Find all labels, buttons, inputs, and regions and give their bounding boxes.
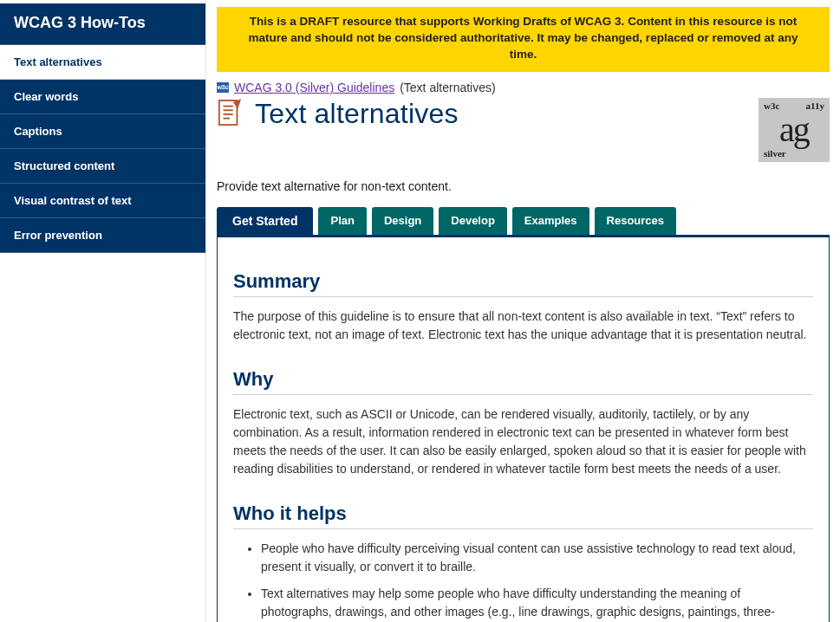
svg-rect-0 (219, 100, 238, 125)
breadcrumb-current: (Text alternatives) (400, 81, 495, 94)
heading-who: Who it helps (233, 502, 813, 529)
sidebar-item-clear-words[interactable]: Clear words (0, 80, 205, 114)
ag-badge-mid: ag (764, 111, 824, 147)
tab-plan[interactable]: Plan (318, 207, 366, 235)
ag-badge: w3c a11y ag silver (759, 98, 830, 162)
sidebar-item-visual-contrast-of-text[interactable]: Visual contrast of text (0, 184, 205, 218)
tab-resources[interactable]: Resources (595, 207, 676, 235)
who-list: People who have difficulty perceiving vi… (233, 540, 813, 622)
tab-list: Get StartedPlanDesignDevelopExamplesReso… (217, 207, 830, 235)
intro-text: Provide text alternative for non-text co… (217, 179, 830, 193)
list-item: People who have difficulty perceiving vi… (261, 540, 813, 576)
sidebar-item-structured-content[interactable]: Structured content (0, 149, 205, 184)
tab-panel-get-started: Summary The purpose of this guideline is… (217, 235, 830, 622)
why-body: Electronic text, such as ASCII or Unicod… (233, 405, 813, 478)
tab-examples[interactable]: Examples (512, 207, 589, 235)
sidebar-item-error-prevention[interactable]: Error prevention (0, 218, 205, 253)
ag-badge-w3c: w3c (764, 101, 779, 111)
page-title: Text alternatives (255, 98, 459, 130)
tab-get-started[interactable]: Get Started (217, 207, 313, 235)
sidebar-title: WCAG 3 How-Tos (0, 3, 205, 45)
list-item: Text alternatives may help some people w… (261, 585, 813, 622)
breadcrumb-link[interactable]: WCAG 3.0 (Silver) Guidelines (234, 81, 394, 94)
tab-develop[interactable]: Develop (439, 207, 507, 235)
sidebar: WCAG 3 How-Tos Text alternativesClear wo… (0, 0, 206, 622)
document-icon (217, 99, 243, 128)
main-content: This is a DRAFT resource that supports W… (206, 0, 840, 622)
summary-body: The purpose of this guideline is to ensu… (233, 308, 813, 344)
breadcrumb: w3c WCAG 3.0 (Silver) Guidelines (Text a… (217, 81, 830, 94)
w3c-icon: w3c (217, 82, 229, 93)
heading-summary: Summary (233, 270, 813, 297)
draft-banner: This is a DRAFT resource that supports W… (217, 7, 830, 72)
tab-design[interactable]: Design (372, 207, 433, 235)
sidebar-item-captions[interactable]: Captions (0, 114, 205, 149)
heading-why: Why (233, 368, 813, 395)
sidebar-item-text-alternatives[interactable]: Text alternatives (0, 45, 205, 80)
